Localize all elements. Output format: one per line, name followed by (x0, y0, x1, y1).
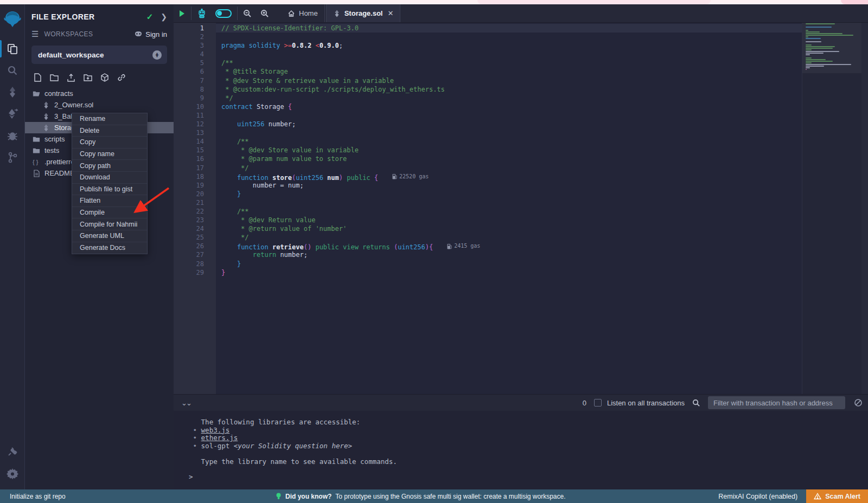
icon-rail (0, 4, 25, 489)
new-file-icon[interactable] (33, 73, 42, 82)
code-line-9[interactable]: */ (216, 94, 868, 102)
code-line-7[interactable]: * @dev Store & retrieve value in a varia… (216, 76, 868, 85)
bug-icon (7, 130, 18, 141)
sidebar-item-file-explorer[interactable] (0, 38, 25, 60)
terminal-line (189, 450, 868, 458)
init-git-repo-button[interactable]: Initialize as git repo (10, 493, 66, 500)
context-menu-item-compile-for-nahmii[interactable]: Compile for Nahmii (72, 218, 147, 230)
context-menu-item-copy-path[interactable]: Copy path (72, 160, 147, 172)
expand-terminal-icon[interactable]: ⌄⌄ (181, 399, 191, 407)
ipfs-cube-icon[interactable] (100, 73, 110, 82)
run-script-button[interactable] (174, 4, 190, 22)
clear-console-icon[interactable] (854, 398, 863, 407)
context-menu-item-flatten[interactable]: Flatten (72, 195, 147, 207)
code-line-29[interactable]: } (216, 268, 868, 277)
code-editor[interactable]: 1234567891011121314151617181920212223242… (174, 23, 868, 394)
tree-item-contracts[interactable]: contracts (25, 88, 174, 99)
remix-logo-icon[interactable] (3, 10, 22, 28)
link-icon[interactable] (117, 73, 126, 82)
sign-in-button[interactable]: Sign in (134, 30, 167, 38)
hamburger-menu-icon[interactable]: ☰ (31, 29, 39, 39)
zoom-out-icon (243, 9, 252, 18)
tab-home[interactable]: Home (281, 4, 325, 22)
code-line-27[interactable]: return number; (216, 250, 868, 259)
minimap-viewport[interactable] (802, 23, 861, 73)
tab-storage-sol[interactable]: Storage.sol ✕ (326, 4, 401, 22)
context-menu-item-compile[interactable]: Compile (72, 207, 147, 219)
code-line-16[interactable]: * @param num value to store (216, 154, 868, 163)
code-line-18[interactable]: function store(uint256 num) public {2252… (216, 172, 868, 181)
terminal-line: • sol-gpt <your Solidity question here> (189, 442, 868, 450)
folder-icon (33, 136, 40, 143)
code-line-25[interactable]: */ (216, 233, 868, 242)
sidebar-item-git[interactable] (0, 146, 25, 168)
code-line-21[interactable] (216, 198, 868, 207)
minimap[interactable] (802, 23, 861, 394)
context-menu-item-rename[interactable]: Rename (72, 113, 147, 125)
terminal-link-ethers-js[interactable]: ethers.js (201, 434, 238, 442)
code-content[interactable]: // SPDX-License-Identifier: GPL-3.0pragm… (216, 23, 868, 394)
copilot-toggle[interactable] (211, 4, 236, 22)
code-line-26[interactable]: function retrieve() public view returns … (216, 242, 868, 250)
sidebar-item-solidity-compiler[interactable] (0, 81, 25, 103)
zoom-in-button[interactable] (256, 4, 273, 22)
zoom-out-button[interactable] (239, 4, 256, 22)
code-line-22[interactable]: /** (216, 207, 868, 216)
code-line-2[interactable] (216, 33, 868, 41)
context-menu-item-generate-docs[interactable]: Generate Docs (72, 242, 147, 254)
upload-folder-icon[interactable] (83, 73, 93, 82)
close-tab-icon[interactable]: ✕ (387, 9, 393, 17)
code-line-10[interactable]: contract Storage { (216, 102, 868, 111)
context-menu-item-download[interactable]: Download (72, 172, 147, 184)
editor-toolbar: Home Storage.sol ✕ (174, 4, 868, 23)
context-menu-item-generate-uml[interactable]: Generate UML (72, 230, 147, 242)
terminal-line: The following libraries are accessible: (189, 418, 868, 427)
scam-alert-button[interactable]: Scam Alert (806, 489, 868, 503)
context-menu-item-copy-name[interactable]: Copy name (72, 149, 147, 160)
sidebar-item-debugger[interactable] (0, 125, 25, 146)
ai-copilot-button[interactable] (193, 4, 211, 22)
code-line-24[interactable]: * @return value of 'number' (216, 224, 868, 233)
code-line-15[interactable]: * @dev Store value in variable (216, 146, 868, 154)
sidebar-item-plugin-manager[interactable] (0, 441, 25, 462)
code-line-1[interactable]: // SPDX-License-Identifier: GPL-3.0 (216, 24, 868, 33)
code-line-17[interactable]: */ (216, 164, 868, 172)
listen-checkbox[interactable] (594, 399, 602, 407)
folder-open-icon (33, 90, 40, 98)
new-folder-icon[interactable] (49, 73, 59, 82)
copilot-status[interactable]: RemixAI Copilot (enabled) (718, 493, 797, 500)
code-line-4[interactable] (216, 50, 868, 59)
context-menu-item-copy[interactable]: Copy (72, 137, 147, 149)
upload-file-icon[interactable] (66, 73, 76, 82)
code-line-19[interactable]: number = num; (216, 181, 868, 190)
code-line-14[interactable]: /** (216, 137, 868, 146)
vertical-scrollbar[interactable] (861, 23, 868, 394)
terminal-link-web3-js[interactable]: web3.js (201, 426, 230, 434)
sidebar-item-deploy-run[interactable] (0, 103, 25, 125)
code-line-3[interactable]: pragma solidity >=0.8.2 <0.9.0; (216, 41, 868, 50)
code-line-5[interactable]: /** (216, 59, 868, 67)
terminal-line: Type the library name to see available c… (189, 458, 868, 466)
terminal-output[interactable]: The following libraries are accessible: … (174, 411, 868, 489)
workspace-select[interactable]: default_workspace ▲▼ (31, 46, 167, 64)
code-line-11[interactable] (216, 111, 868, 120)
terminal-search-icon[interactable] (692, 399, 700, 407)
chevron-right-icon[interactable]: ❯ (161, 12, 167, 21)
transaction-filter-input[interactable] (708, 396, 845, 409)
sidebar-item-settings[interactable] (0, 462, 25, 484)
code-line-23[interactable]: * @dev Return value (216, 216, 868, 224)
terminal-prompt[interactable]: > (189, 473, 868, 481)
tree-item-2-owner-sol[interactable]: 2_Owner.sol (25, 99, 174, 111)
code-line-6[interactable]: * @title Storage (216, 67, 868, 76)
code-line-8[interactable]: * @custom:dev-run-script ./scripts/deplo… (216, 85, 868, 94)
browser-pill (841, 0, 868, 4)
context-menu-item-publish-file-to-gist[interactable]: Publish file to gist (72, 184, 147, 196)
context-menu-item-delete[interactable]: Delete (72, 125, 147, 137)
play-icon (178, 10, 186, 17)
code-line-28[interactable]: } (216, 260, 868, 268)
code-line-20[interactable]: } (216, 190, 868, 198)
deploy-run-icon (7, 108, 18, 120)
code-line-12[interactable]: uint256 number; (216, 120, 868, 128)
sidebar-item-search[interactable] (0, 60, 25, 81)
code-line-13[interactable] (216, 128, 868, 137)
